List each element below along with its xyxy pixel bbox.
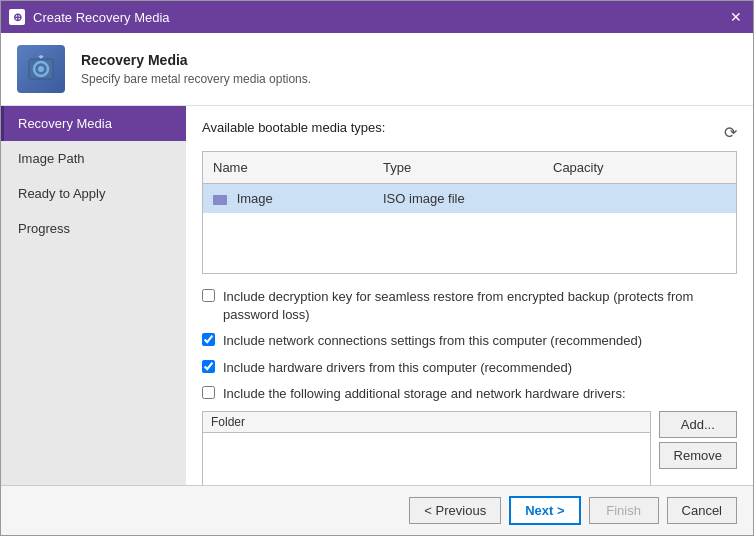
svg-point-2 (38, 66, 44, 72)
dialog-footer: < Previous Next > Finish Cancel (1, 485, 753, 535)
close-button[interactable]: ✕ (727, 8, 745, 26)
table-section-header: Available bootable media types: ⟳ (202, 120, 737, 145)
refresh-icon[interactable]: ⟳ (724, 123, 737, 142)
title-bar-text: Create Recovery Media (33, 10, 719, 25)
sidebar-item-image-path[interactable]: Image Path (1, 141, 186, 176)
sidebar-item-progress[interactable]: Progress (1, 211, 186, 246)
col-header-type: Type (373, 156, 543, 179)
checkbox-row-3: Include hardware drivers from this compu… (202, 359, 737, 377)
content-area: Recovery Media Image Path Ready to Apply… (1, 106, 753, 485)
image-icon (213, 195, 227, 205)
checkbox-decryption[interactable] (202, 289, 215, 302)
checkbox-network[interactable] (202, 333, 215, 346)
table-empty-space (203, 213, 736, 273)
col-header-name: Name (203, 156, 373, 179)
header-text: Recovery Media Specify bare metal recove… (81, 52, 311, 86)
cancel-button[interactable]: Cancel (667, 497, 737, 524)
table-row[interactable]: Image ISO image file (203, 184, 736, 213)
header-title: Recovery Media (81, 52, 311, 68)
available-media-label: Available bootable media types: (202, 120, 385, 135)
dialog-window: ⊕ Create Recovery Media ✕ Recovery Media… (0, 0, 754, 536)
storage-section: Folder Add... Remove (202, 411, 737, 485)
sidebar-item-ready-to-apply[interactable]: Ready to Apply (1, 176, 186, 211)
storage-table-body (203, 433, 650, 485)
table-header-row: Name Type Capacity (203, 152, 736, 184)
checkbox-storage[interactable] (202, 386, 215, 399)
checkbox-row-4: Include the following additional storage… (202, 385, 737, 403)
checkbox-row-1: Include decryption key for seamless rest… (202, 288, 737, 324)
media-table: Name Type Capacity Image ISO image file (202, 151, 737, 274)
finish-button[interactable]: Finish (589, 497, 659, 524)
header-subtitle: Specify bare metal recovery media option… (81, 72, 311, 86)
sidebar: Recovery Media Image Path Ready to Apply… (1, 106, 186, 485)
title-bar: ⊕ Create Recovery Media ✕ (1, 1, 753, 33)
checkbox-hardware-label: Include hardware drivers from this compu… (223, 359, 572, 377)
sidebar-item-recovery-media[interactable]: Recovery Media (1, 106, 186, 141)
storage-table-container: Folder (202, 411, 651, 485)
checkbox-decryption-label: Include decryption key for seamless rest… (223, 288, 737, 324)
recovery-icon (17, 45, 65, 93)
row-type: ISO image file (373, 187, 543, 210)
checkbox-storage-label: Include the following additional storage… (223, 385, 626, 403)
previous-button[interactable]: < Previous (409, 497, 501, 524)
checkbox-hardware[interactable] (202, 360, 215, 373)
next-button[interactable]: Next > (509, 496, 580, 525)
row-name: Image (203, 187, 373, 210)
header-section: Recovery Media Specify bare metal recove… (1, 33, 753, 106)
remove-button[interactable]: Remove (659, 442, 737, 469)
checkbox-network-label: Include network connections settings fro… (223, 332, 642, 350)
main-content: Available bootable media types: ⟳ Name T… (186, 106, 753, 485)
col-header-capacity: Capacity (543, 156, 736, 179)
storage-table-header: Folder (203, 412, 650, 433)
checkbox-row-2: Include network connections settings fro… (202, 332, 737, 350)
storage-action-buttons: Add... Remove (659, 411, 737, 485)
row-capacity (543, 195, 736, 203)
app-icon: ⊕ (9, 9, 25, 25)
add-button[interactable]: Add... (659, 411, 737, 438)
